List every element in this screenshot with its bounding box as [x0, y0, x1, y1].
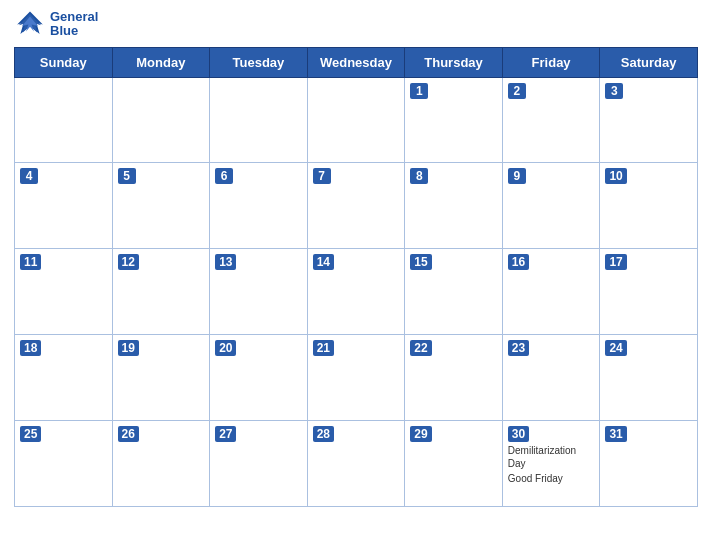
calendar-cell: 3	[600, 77, 698, 163]
day-number: 1	[410, 83, 428, 99]
calendar-body: 1234567891011121314151617181920212223242…	[15, 77, 698, 506]
day-number: 5	[118, 168, 136, 184]
calendar-cell: 11	[15, 249, 113, 335]
calendar-cell: 5	[112, 163, 210, 249]
calendar-cell: 24	[600, 334, 698, 420]
day-number: 19	[118, 340, 139, 356]
day-number: 16	[508, 254, 529, 270]
calendar-cell: 22	[405, 334, 503, 420]
calendar-cell: 1	[405, 77, 503, 163]
event-label: Demilitarization Day	[508, 444, 595, 470]
calendar-cell	[307, 77, 405, 163]
calendar-thead: SundayMondayTuesdayWednesdayThursdayFrid…	[15, 47, 698, 77]
day-number: 31	[605, 426, 626, 442]
calendar-cell: 20	[210, 334, 308, 420]
calendar-week-row: 45678910	[15, 163, 698, 249]
calendar-cell: 21	[307, 334, 405, 420]
day-number: 23	[508, 340, 529, 356]
weekday-header-tuesday: Tuesday	[210, 47, 308, 77]
day-number: 6	[215, 168, 233, 184]
day-number: 15	[410, 254, 431, 270]
event-label: Good Friday	[508, 472, 595, 485]
logo: General Blue	[14, 10, 98, 39]
calendar-header: General Blue	[14, 10, 698, 39]
day-number: 20	[215, 340, 236, 356]
day-number: 13	[215, 254, 236, 270]
day-number: 26	[118, 426, 139, 442]
calendar-cell: 29	[405, 420, 503, 506]
calendar-cell: 12	[112, 249, 210, 335]
day-number: 22	[410, 340, 431, 356]
day-number: 14	[313, 254, 334, 270]
calendar-cell: 30Demilitarization DayGood Friday	[502, 420, 600, 506]
calendar-cell: 9	[502, 163, 600, 249]
calendar-wrapper: General Blue SundayMondayTuesdayWednesda…	[0, 0, 712, 550]
calendar-week-row: 18192021222324	[15, 334, 698, 420]
calendar-cell: 8	[405, 163, 503, 249]
calendar-cell: 4	[15, 163, 113, 249]
calendar-cell: 13	[210, 249, 308, 335]
day-number: 10	[605, 168, 626, 184]
weekday-header-row: SundayMondayTuesdayWednesdayThursdayFrid…	[15, 47, 698, 77]
weekday-header-wednesday: Wednesday	[307, 47, 405, 77]
logo-text: General Blue	[50, 10, 98, 39]
calendar-cell: 26	[112, 420, 210, 506]
weekday-header-monday: Monday	[112, 47, 210, 77]
day-number: 29	[410, 426, 431, 442]
calendar-cell: 23	[502, 334, 600, 420]
day-number: 18	[20, 340, 41, 356]
day-number: 24	[605, 340, 626, 356]
day-number: 2	[508, 83, 526, 99]
day-number: 28	[313, 426, 334, 442]
calendar-cell: 18	[15, 334, 113, 420]
calendar-cell	[112, 77, 210, 163]
calendar-cell: 15	[405, 249, 503, 335]
calendar-cell: 16	[502, 249, 600, 335]
calendar-cell: 10	[600, 163, 698, 249]
day-number: 21	[313, 340, 334, 356]
day-number: 9	[508, 168, 526, 184]
day-number: 25	[20, 426, 41, 442]
calendar-cell: 25	[15, 420, 113, 506]
calendar-cell: 14	[307, 249, 405, 335]
logo-icon	[14, 10, 46, 38]
day-number: 3	[605, 83, 623, 99]
calendar-cell: 2	[502, 77, 600, 163]
calendar-cell: 19	[112, 334, 210, 420]
day-number: 7	[313, 168, 331, 184]
calendar-table: SundayMondayTuesdayWednesdayThursdayFrid…	[14, 47, 698, 507]
weekday-header-saturday: Saturday	[600, 47, 698, 77]
calendar-cell: 28	[307, 420, 405, 506]
calendar-week-row: 11121314151617	[15, 249, 698, 335]
calendar-cell	[210, 77, 308, 163]
day-number: 12	[118, 254, 139, 270]
weekday-header-sunday: Sunday	[15, 47, 113, 77]
day-number: 8	[410, 168, 428, 184]
calendar-cell: 6	[210, 163, 308, 249]
calendar-cell: 7	[307, 163, 405, 249]
weekday-header-friday: Friday	[502, 47, 600, 77]
weekday-header-thursday: Thursday	[405, 47, 503, 77]
day-number: 17	[605, 254, 626, 270]
calendar-cell: 17	[600, 249, 698, 335]
calendar-cell: 31	[600, 420, 698, 506]
calendar-cell	[15, 77, 113, 163]
calendar-week-row: 123	[15, 77, 698, 163]
calendar-week-row: 252627282930Demilitarization DayGood Fri…	[15, 420, 698, 506]
day-number: 11	[20, 254, 41, 270]
day-number: 30	[508, 426, 529, 442]
day-number: 4	[20, 168, 38, 184]
calendar-cell: 27	[210, 420, 308, 506]
day-number: 27	[215, 426, 236, 442]
